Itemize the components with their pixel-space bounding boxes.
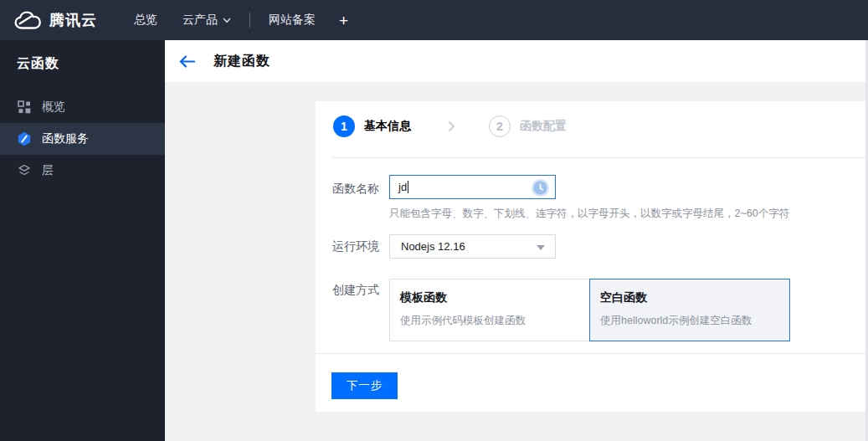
top-navbar: 腾讯云 总览 云产品 网站备案 +: [0, 0, 868, 40]
nav-add-tab-plus-icon[interactable]: +: [339, 13, 348, 28]
sidebar-item-layers[interactable]: 层: [0, 155, 165, 187]
nav-item-overview[interactable]: 总览: [134, 13, 157, 28]
cloud-logo-icon: [13, 10, 42, 31]
nav-item-cloud-products[interactable]: 云产品: [182, 13, 231, 28]
create-function-panel: 1 基本信息 2 函数配置 函数名称 jd 只能包含字母、数字、下划线、连字符，…: [316, 101, 868, 412]
function-name-label: 函数名称: [332, 182, 379, 197]
page-title: 新建函数: [213, 53, 270, 70]
sidebar: 云函数 概览 函数服务: [0, 40, 165, 441]
function-name-input[interactable]: jd: [389, 175, 556, 199]
creation-method-options: 模板函数 使用示例代码模板创建函数 空白函数 使用helloworld示例创建空…: [389, 279, 790, 341]
page-header: 新建函数: [165, 40, 868, 82]
step-2-label: 函数配置: [520, 119, 567, 134]
sidebar-menu: 概览 函数服务 层: [0, 91, 165, 187]
function-name-value: jd: [398, 181, 407, 193]
logo-text: 腾讯云: [49, 10, 97, 30]
chevron-down-icon: [223, 18, 231, 23]
steps-divider: [332, 157, 868, 158]
next-step-button[interactable]: 下一步: [331, 372, 398, 399]
runtime-select[interactable]: Nodejs 12.16: [389, 234, 556, 259]
option-card-blank-function[interactable]: 空白函数 使用helloworld示例创建空白函数: [589, 279, 790, 341]
function-hexagon-icon: [17, 131, 32, 146]
sidebar-item-label: 层: [42, 163, 54, 178]
step-1-circle: 1: [333, 115, 355, 137]
text-cursor: [408, 181, 408, 193]
tencent-cloud-logo[interactable]: 腾讯云: [13, 10, 97, 31]
option-description: 使用helloworld示例创建空白函数: [600, 314, 781, 328]
sidebar-title: 云函数: [0, 40, 165, 73]
select-dropdown-arrow-icon: [537, 245, 545, 250]
sidebar-item-function-service[interactable]: 函数服务: [0, 123, 165, 155]
step-1-label: 基本信息: [364, 119, 411, 134]
layers-icon: [17, 163, 32, 178]
back-button[interactable]: [179, 55, 195, 68]
footer-divider: [316, 353, 868, 354]
function-name-hint: 只能包含字母、数字、下划线、连字符，以字母开头，以数字或字母结尾，2~60个字符: [389, 207, 789, 221]
step-2-circle: 2: [489, 115, 511, 137]
nav-divider: [249, 13, 250, 28]
creation-method-label: 创建方式: [332, 283, 379, 298]
sidebar-item-label: 函数服务: [42, 131, 89, 146]
sidebar-item-label: 概览: [42, 100, 65, 115]
step-chevron-icon: [448, 121, 455, 132]
arrow-left-icon: [179, 55, 195, 68]
sidebar-item-overview[interactable]: 概览: [0, 91, 165, 123]
nav-item-beian[interactable]: 网站备案: [269, 13, 316, 28]
wizard-steps: 1 基本信息 2 函数配置: [333, 115, 567, 137]
option-card-template-function[interactable]: 模板函数 使用示例代码模板创建函数: [389, 279, 590, 341]
option-title: 模板函数: [400, 290, 581, 305]
runtime-label: 运行环境: [332, 239, 379, 254]
pending-clock-icon: [531, 178, 550, 201]
option-description: 使用示例代码模板创建函数: [400, 314, 581, 328]
grid-icon: [17, 100, 32, 115]
runtime-selected-value: Nodejs 12.16: [401, 240, 465, 253]
option-title: 空白函数: [600, 290, 781, 305]
